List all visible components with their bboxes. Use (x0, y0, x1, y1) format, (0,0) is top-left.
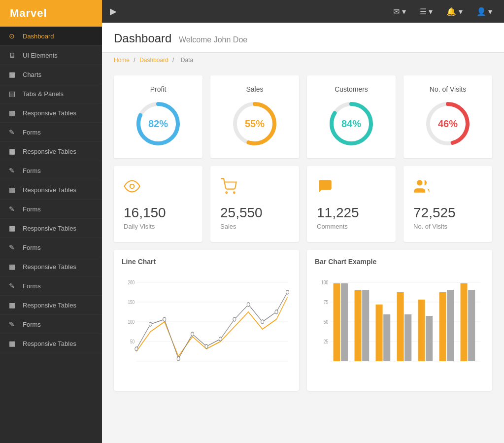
charts-row: Line Chart 200 150 100 50 (114, 250, 492, 391)
svg-point-10 (234, 192, 235, 193)
breadcrumb-dashboard[interactable]: Dashboard (139, 57, 168, 64)
sidebar-item-label: UI Elements (23, 52, 58, 59)
list-icon[interactable]: ☰ ▾ (416, 5, 437, 18)
sidebar-item-label: Tabs & Panels (23, 90, 64, 98)
svg-text:75: 75 (324, 299, 329, 305)
svg-text:200: 200 (128, 279, 134, 285)
sidebar-item-responsive-tables-7[interactable]: ▦ Responsive Tables (0, 334, 102, 353)
svg-rect-44 (355, 290, 362, 361)
breadcrumb: Home / Dashboard / Data (102, 53, 504, 68)
circular-stat-card: No. of Visits 46% (403, 75, 492, 158)
welcome-text: Welcome John Doe (179, 35, 247, 44)
sidebar-item-tabs[interactable]: ▤ Tabs & Panels (0, 84, 102, 103)
table-icon-4: ▦ (9, 224, 18, 232)
svg-text:100: 100 (321, 279, 329, 285)
forms-icon-6: ✎ (9, 320, 18, 328)
forms-icon-5: ✎ (9, 282, 18, 290)
svg-rect-43 (341, 283, 348, 361)
svg-text:50: 50 (324, 319, 329, 325)
sidebar-toggle[interactable]: ▶ (110, 6, 117, 17)
sidebar-item-label: Responsive Tables (23, 302, 76, 309)
stat-label: Sales (220, 223, 289, 230)
bell-icon[interactable]: 🔔 ▾ (442, 5, 466, 18)
svg-text:100: 100 (128, 319, 134, 325)
sidebar-item-forms-1[interactable]: ✎ Forms (0, 123, 102, 142)
circle-container: 55% (230, 99, 279, 148)
table-icon-3: ▦ (9, 186, 18, 194)
charts-icon: ▦ (9, 70, 18, 78)
svg-point-22 (149, 322, 152, 326)
table-icon-2: ▦ (9, 147, 18, 155)
stat-number: 11,225 (317, 205, 386, 221)
circle-container: 46% (423, 99, 472, 148)
sidebar-item-forms-6[interactable]: ✎ Forms (0, 315, 102, 334)
sidebar-item-forms-2[interactable]: ✎ Forms (0, 161, 102, 180)
stat-title: Profit (122, 85, 195, 93)
sidebar-item-label: Forms (23, 244, 41, 251)
svg-rect-53 (447, 290, 454, 361)
forms-icon-4: ✎ (9, 243, 18, 251)
svg-point-28 (233, 317, 236, 321)
svg-point-25 (191, 332, 194, 336)
svg-point-32 (286, 290, 289, 294)
sidebar: Marvel ⊙ Dashboard 🖥 UI Elements ▦ Chart… (0, 0, 102, 443)
dashboard-icon: ⊙ (9, 32, 18, 40)
icon-stats-row: 16,150 Daily Visits 25,550 Sales 11,225 … (114, 166, 492, 242)
sidebar-item-forms-5[interactable]: ✎ Forms (0, 276, 102, 296)
sidebar-item-label: Forms (23, 282, 41, 290)
page-title: Dashboard (114, 32, 171, 45)
mail-icon[interactable]: ✉ ▾ (389, 5, 409, 18)
tabs-icon: ▤ (9, 90, 18, 98)
svg-point-24 (177, 357, 180, 361)
stat-label: No. of Visits (413, 223, 482, 230)
svg-rect-46 (376, 305, 383, 361)
circular-stats-row: Profit 82% Sales 55% Customers (114, 75, 492, 158)
bar-chart: 100 75 50 25 (315, 273, 484, 381)
svg-point-21 (135, 347, 138, 351)
icon-stat-card: 25,550 Sales (210, 166, 299, 242)
breadcrumb-data: Data (181, 57, 193, 64)
forms-icon-2: ✎ (9, 167, 18, 174)
table-icon-7: ▦ (9, 340, 18, 347)
svg-rect-42 (334, 283, 340, 361)
sidebar-item-forms-4[interactable]: ✎ Forms (0, 238, 102, 257)
svg-point-26 (205, 344, 208, 348)
line-chart-card: Line Chart 200 150 100 50 (114, 250, 299, 391)
line-chart-title: Line Chart (122, 258, 291, 266)
sidebar-item-responsive-tables-2[interactable]: ▦ Responsive Tables (0, 142, 102, 161)
svg-point-8 (130, 184, 134, 189)
svg-rect-48 (397, 292, 404, 361)
sidebar-item-responsive-tables-1[interactable]: ▦ Responsive Tables (0, 103, 102, 123)
stat-icon (220, 178, 289, 198)
bar-chart-title: Bar Chart Example (315, 258, 484, 266)
page-header: Dashboard Welcome John Doe (102, 23, 504, 53)
sidebar-item-label: Dashboard (23, 33, 54, 40)
sidebar-item-responsive-tables-6[interactable]: ▦ Responsive Tables (0, 296, 102, 315)
sidebar-item-responsive-tables-5[interactable]: ▦ Responsive Tables (0, 257, 102, 276)
line-chart: 200 150 100 50 (122, 273, 291, 381)
user-icon[interactable]: 👤 ▾ (472, 5, 496, 18)
svg-point-23 (163, 317, 166, 321)
table-icon: ▦ (9, 109, 18, 117)
sidebar-item-forms-3[interactable]: ✎ Forms (0, 200, 102, 219)
main-content: ▶ ✉ ▾ ☰ ▾ 🔔 ▾ 👤 ▾ Dashboard Welcome John… (102, 0, 504, 443)
svg-point-30 (261, 320, 264, 324)
table-icon-6: ▦ (9, 301, 18, 309)
sidebar-item-ui-elements[interactable]: 🖥 UI Elements (0, 46, 102, 65)
svg-point-9 (226, 192, 227, 193)
circle-container: 82% (134, 99, 183, 148)
stat-title: Customers (315, 85, 388, 93)
stat-title: No. of Visits (411, 85, 484, 93)
breadcrumb-home[interactable]: Home (114, 57, 130, 64)
sidebar-item-label: Forms (23, 167, 41, 174)
circular-stat-card: Profit 82% (114, 75, 202, 158)
sidebar-item-responsive-tables-4[interactable]: ▦ Responsive Tables (0, 219, 102, 238)
sidebar-item-responsive-tables-3[interactable]: ▦ Responsive Tables (0, 180, 102, 200)
sidebar-item-charts[interactable]: ▦ Charts (0, 65, 102, 84)
stat-number: 16,150 (124, 205, 193, 221)
stat-label: 46% (438, 118, 458, 130)
svg-point-31 (275, 310, 278, 314)
svg-rect-47 (383, 314, 390, 361)
icon-stat-card: 16,150 Daily Visits (114, 166, 202, 242)
sidebar-item-dashboard[interactable]: ⊙ Dashboard (0, 27, 102, 46)
